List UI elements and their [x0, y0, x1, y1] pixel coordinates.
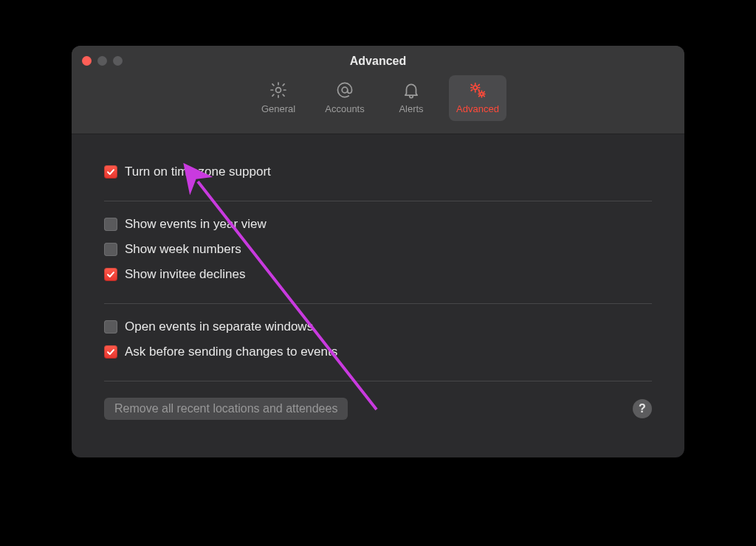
- tab-accounts-label: Accounts: [325, 103, 364, 114]
- gear-icon: [268, 80, 289, 100]
- preferences-window: Advanced General Accoun: [72, 46, 684, 457]
- svg-point-0: [276, 88, 281, 93]
- checkbox-ask-before-send[interactable]: [104, 345, 117, 359]
- tab-advanced[interactable]: Advanced: [449, 75, 506, 121]
- traffic-lights: [82, 56, 123, 66]
- checkbox-separate-windows[interactable]: [104, 320, 117, 334]
- close-window-button[interactable]: [82, 56, 92, 66]
- at-icon: [334, 80, 355, 100]
- tab-general-label: General: [261, 103, 295, 114]
- row-ask-before-send: Ask before sending changes to events: [104, 339, 652, 364]
- row-separate-windows: Open events in separate windows: [104, 314, 652, 339]
- gears-icon: [467, 80, 488, 100]
- zoom-window-button[interactable]: [113, 56, 123, 66]
- checkbox-invitee-declines[interactable]: [104, 268, 117, 281]
- label-timezone: Turn on time zone support: [125, 165, 271, 179]
- checkbox-year-view[interactable]: [104, 218, 117, 231]
- tab-alerts[interactable]: Alerts: [382, 75, 440, 121]
- checkbox-timezone[interactable]: [104, 165, 117, 179]
- window-title: Advanced: [350, 55, 406, 68]
- divider: [104, 303, 652, 304]
- svg-point-1: [342, 87, 348, 93]
- checkbox-week-numbers[interactable]: [104, 243, 117, 256]
- row-timezone: Turn on time zone support: [104, 159, 652, 184]
- content-area: Turn on time zone support Show events in…: [72, 134, 684, 457]
- svg-point-2: [473, 86, 477, 89]
- row-year-view: Show events in year view: [104, 212, 652, 237]
- row-week-numbers: Show week numbers: [104, 237, 652, 262]
- tabs-toolbar: General Accounts Alert: [250, 75, 506, 121]
- tab-alerts-label: Alerts: [399, 103, 423, 114]
- label-separate-windows: Open events in separate windows: [125, 319, 313, 334]
- divider: [104, 381, 652, 381]
- label-year-view: Show events in year view: [125, 217, 267, 232]
- divider: [104, 201, 652, 201]
- label-week-numbers: Show week numbers: [125, 242, 241, 257]
- footer: Remove all recent locations and attendee…: [104, 398, 652, 420]
- tab-accounts[interactable]: Accounts: [316, 75, 374, 121]
- row-invitee-declines: Show invitee declines: [104, 262, 652, 287]
- label-invitee-declines: Show invitee declines: [125, 267, 245, 282]
- tab-advanced-label: Advanced: [456, 103, 499, 114]
- group-windows: Open events in separate windows Ask befo…: [104, 310, 652, 375]
- help-button[interactable]: ?: [633, 399, 652, 418]
- group-view: Show events in year view Show week numbe…: [104, 207, 652, 297]
- svg-point-3: [480, 92, 483, 95]
- tab-general[interactable]: General: [250, 75, 307, 121]
- bell-icon: [401, 80, 422, 100]
- label-ask-before-send: Ask before sending changes to events: [125, 345, 337, 359]
- remove-locations-button[interactable]: Remove all recent locations and attendee…: [104, 398, 348, 420]
- titlebar: Advanced General Accoun: [72, 46, 684, 134]
- group-timezone: Turn on time zone support: [104, 155, 652, 195]
- minimize-window-button[interactable]: [97, 56, 107, 66]
